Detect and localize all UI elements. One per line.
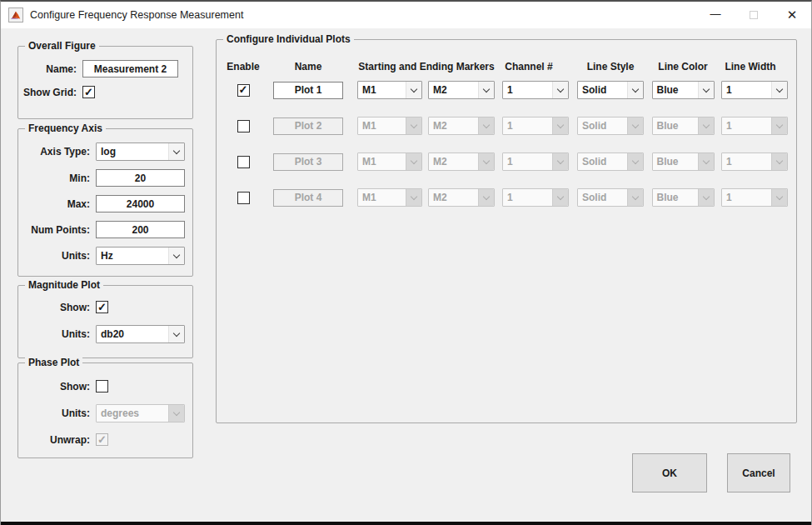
marker-end-value: M2 xyxy=(429,153,478,170)
phase-units-value: degrees xyxy=(97,405,168,422)
chevron-down-icon xyxy=(771,153,787,170)
line-color-value: Blue xyxy=(653,189,698,206)
line-style-dropdown: Solid xyxy=(577,117,644,135)
marker-start-value: M1 xyxy=(358,153,406,170)
line-style-value: Solid xyxy=(578,189,627,206)
line-color-dropdown: Blue xyxy=(652,117,715,135)
enable-checkbox[interactable] xyxy=(237,120,250,132)
chevron-down-icon xyxy=(771,118,787,134)
channel-dropdown[interactable]: 1 xyxy=(502,81,569,99)
mag-units-value: db20 xyxy=(97,326,168,342)
marker-start-dropdown: M1 xyxy=(357,152,422,171)
line-color-dropdown[interactable]: Blue xyxy=(652,81,715,99)
plot-name-field[interactable]: Plot 1 xyxy=(273,82,343,99)
line-style-dropdown[interactable]: Solid xyxy=(577,81,644,99)
cancel-button[interactable]: Cancel xyxy=(727,453,790,492)
mag-show-checkbox[interactable] xyxy=(96,301,108,313)
enable-checkbox[interactable] xyxy=(237,84,250,97)
enable-checkbox[interactable] xyxy=(237,156,250,168)
chevron-down-icon xyxy=(168,143,184,160)
ok-button[interactable]: OK xyxy=(632,453,707,492)
line-color-value: Blue xyxy=(653,82,698,98)
line-style-dropdown: Solid xyxy=(577,188,644,207)
line-width-dropdown: 1 xyxy=(721,188,788,207)
chevron-down-icon xyxy=(698,82,714,98)
name-header: Name xyxy=(262,61,355,72)
freq-units-dropdown[interactable]: Hz xyxy=(96,247,185,265)
chevron-down-icon xyxy=(406,118,421,134)
line-color-dropdown: Blue xyxy=(652,188,715,207)
marker-end-dropdown: M2 xyxy=(428,117,495,135)
plot-row-1: Plot 1 M1 M2 1 Solid Blue 1 xyxy=(225,81,796,99)
phase-units-dropdown: degrees xyxy=(96,404,185,422)
line-width-value: 1 xyxy=(722,189,771,206)
max-field[interactable]: 24000 xyxy=(96,195,185,212)
figure-name-field[interactable]: Measurement 2 xyxy=(82,60,178,78)
group-title: Overall Figure xyxy=(25,40,99,52)
show-grid-checkbox[interactable] xyxy=(82,86,95,98)
axis-type-label: Axis Type: xyxy=(18,146,90,158)
unwrap-checkbox xyxy=(96,433,108,446)
group-title: Frequency Axis xyxy=(25,122,106,134)
line-width-dropdown[interactable]: 1 xyxy=(721,81,788,99)
window-controls: — ✕ xyxy=(696,2,811,28)
chevron-down-icon xyxy=(771,189,787,206)
line-style-value: Solid xyxy=(578,153,627,170)
plot-name-field: Plot 4 xyxy=(273,189,343,207)
phase-show-checkbox[interactable] xyxy=(96,380,108,392)
marker-end-value: M2 xyxy=(429,118,478,134)
line-style-dropdown: Solid xyxy=(577,152,644,171)
marker-start-dropdown: M1 xyxy=(357,117,422,135)
freq-units-value: Hz xyxy=(97,248,168,264)
chevron-down-icon xyxy=(627,153,643,170)
minimize-icon: — xyxy=(710,8,721,20)
titlebar: Configure Frequency Response Measurement… xyxy=(1,2,811,28)
marker-start-value: M1 xyxy=(358,118,406,134)
marker-start-dropdown: M1 xyxy=(357,188,422,207)
minimize-button[interactable]: — xyxy=(696,2,735,28)
line-width-value: 1 xyxy=(722,118,771,134)
plot-row-2: Plot 2 M1 M2 1 Solid Blue 1 xyxy=(225,117,796,135)
line-style-value: Solid xyxy=(578,118,627,134)
min-field[interactable]: 20 xyxy=(96,169,185,187)
line-color-dropdown: Blue xyxy=(652,152,715,171)
marker-start-dropdown[interactable]: M1 xyxy=(357,81,422,99)
plot-row-4: Plot 4 M1 M2 1 Solid Blue 1 xyxy=(225,188,796,207)
chevron-down-icon xyxy=(168,248,184,264)
plot-name-field: Plot 3 xyxy=(273,153,343,171)
close-button[interactable]: ✕ xyxy=(773,2,811,28)
line-color-value: Blue xyxy=(653,118,698,134)
name-label: Name: xyxy=(18,63,77,75)
group-title: Configure Individual Plots xyxy=(223,33,354,45)
chevron-down-icon xyxy=(552,82,568,98)
freq-units-label: Units: xyxy=(18,250,90,262)
marker-end-dropdown: M2 xyxy=(428,152,495,171)
chevron-down-icon xyxy=(698,153,714,170)
chevron-down-icon xyxy=(552,189,568,206)
phase-show-label: Show: xyxy=(18,381,90,392)
channel-header: Channel # xyxy=(498,61,573,72)
marker-end-dropdown[interactable]: M2 xyxy=(428,81,495,99)
chevron-down-icon xyxy=(771,82,787,98)
chevron-down-icon xyxy=(478,118,494,134)
chevron-down-icon xyxy=(406,189,421,206)
marker-start-value: M1 xyxy=(358,82,406,98)
marker-end-dropdown: M2 xyxy=(428,188,495,207)
chevron-down-icon xyxy=(552,118,568,134)
marker-start-value: M1 xyxy=(358,189,406,206)
marker-end-value: M2 xyxy=(429,82,478,98)
num-points-label: Num Points: xyxy=(18,224,90,236)
num-points-field[interactable]: 200 xyxy=(96,221,185,238)
chevron-down-icon xyxy=(627,82,643,98)
plot-name-field: Plot 2 xyxy=(273,118,343,135)
chevron-down-icon xyxy=(627,189,643,206)
enable-checkbox[interactable] xyxy=(237,192,250,204)
channel-value: 1 xyxy=(503,189,552,206)
axis-type-dropdown[interactable]: log xyxy=(96,142,185,161)
channel-value: 1 xyxy=(503,82,552,98)
phase-units-label: Units: xyxy=(18,408,90,419)
line-style-value: Solid xyxy=(578,82,627,98)
channel-value: 1 xyxy=(503,118,552,134)
magnitude-plot-group: Magnitude Plot Show: Units: db20 xyxy=(17,285,193,358)
mag-units-dropdown[interactable]: db20 xyxy=(96,325,185,343)
